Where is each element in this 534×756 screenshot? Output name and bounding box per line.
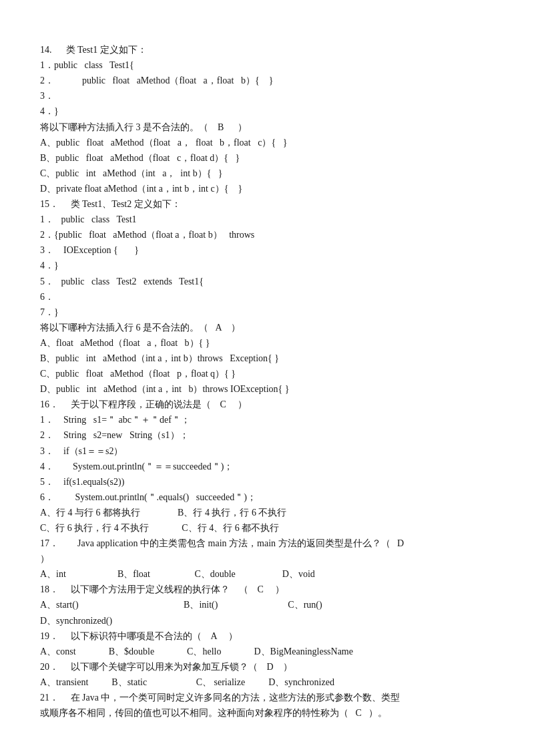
content-line: 14. 类 Test1 定义如下： [40, 42, 494, 57]
content-line: A、start() B、init() C、run() [40, 597, 494, 612]
content-line: A、int B、float C、double D、void [40, 566, 494, 582]
content-line: 20． 以下哪个关键字可以用来为对象加互斥锁？（ D ） [40, 659, 494, 675]
content-line: C、public float aMethod（float p，float q）{… [40, 366, 494, 381]
main-content: 14. 类 Test1 定义如下：1．public class Test1{2．… [40, 27, 494, 721]
content-line: 15． 类 Test1、Test2 定义如下： [40, 196, 494, 212]
content-line: ） [40, 551, 494, 566]
content-line: 6． [40, 289, 494, 305]
content-line: 3． if（s1＝＝s2） [40, 443, 494, 459]
content-line: 17． Java application 中的主类需包含 main 方法，mai… [40, 536, 494, 551]
content-line: A、transient B、static C、 serialize D、sync… [40, 675, 494, 690]
content-line: 7．} [40, 305, 494, 320]
content-line: 6． System.out.println(＂.equals() succeed… [40, 490, 494, 505]
content-line: B、public float aMethod（float c，float d）{… [40, 150, 494, 166]
content-line: C、行 6 执行，行 4 不执行 C、行 4、行 6 都不执行 [40, 520, 494, 536]
content-line: 5． if(s1.equals(s2)) [40, 474, 494, 490]
content-line: A、float aMethod（float a，float b）{ } [40, 335, 494, 351]
content-line: 4． System.out.println(＂＝＝succeeded＂)； [40, 459, 494, 474]
content-line: 2． String s2=new String（s1）； [40, 427, 494, 443]
content-line: D、public int aMethod（int a，int b）throws … [40, 381, 494, 397]
content-line: 18． 以下哪个方法用于定义线程的执行体？ （ C ） [40, 582, 494, 597]
content-line: 2．{public float aMethod（float a，float b）… [40, 227, 494, 242]
content-line: 16． 关于以下程序段，正确的说法是（ C ） [40, 397, 494, 412]
content-line: 21． 在 Java 中，一个类可同时定义许多同名的方法，这些方法的形式参数个数… [40, 690, 494, 705]
content-line: 1．public class Test1{ [40, 57, 494, 73]
content-line: 2． public float aMethod（float a，float b）… [40, 73, 494, 88]
content-line: 19． 以下标识符中哪项是不合法的（ A ） [40, 628, 494, 644]
content-line: 将以下哪种方法插入行 3 是不合法的。（ B ） [40, 120, 494, 135]
content-line: 3． [40, 88, 494, 104]
content-line: D、synchronized() [40, 613, 494, 628]
content-line: 或顺序各不相同，传回的值也可以不相同。这种面向对象程序的特性称为（ C ）。 [40, 705, 494, 721]
content-line: A、const B、$double C、hello D、BigMeaningle… [40, 644, 494, 659]
content-line: 1． String s1=＂ abc＂＋＂def＂； [40, 412, 494, 427]
content-line: 4．} [40, 258, 494, 273]
content-line: C、public int aMethod（int a， int b）{ } [40, 166, 494, 181]
content-line: 5． public class Test2 extends Test1{ [40, 274, 494, 289]
content-line: 1． public class Test1 [40, 212, 494, 227]
content-line: 将以下哪种方法插入行 6 是不合法的。（ A ） [40, 320, 494, 335]
content-line: 4．} [40, 104, 494, 119]
content-line: A、public float aMethod（float a， float b，… [40, 135, 494, 150]
content-line: A、行 4 与行 6 都将执行 B、行 4 执行，行 6 不执行 [40, 505, 494, 520]
content-line: D、private float aMethod（int a，int b，int … [40, 181, 494, 196]
content-line: 3． IOException { } [40, 242, 494, 258]
content-line: B、public int aMethod（int a，int b）throws … [40, 351, 494, 366]
